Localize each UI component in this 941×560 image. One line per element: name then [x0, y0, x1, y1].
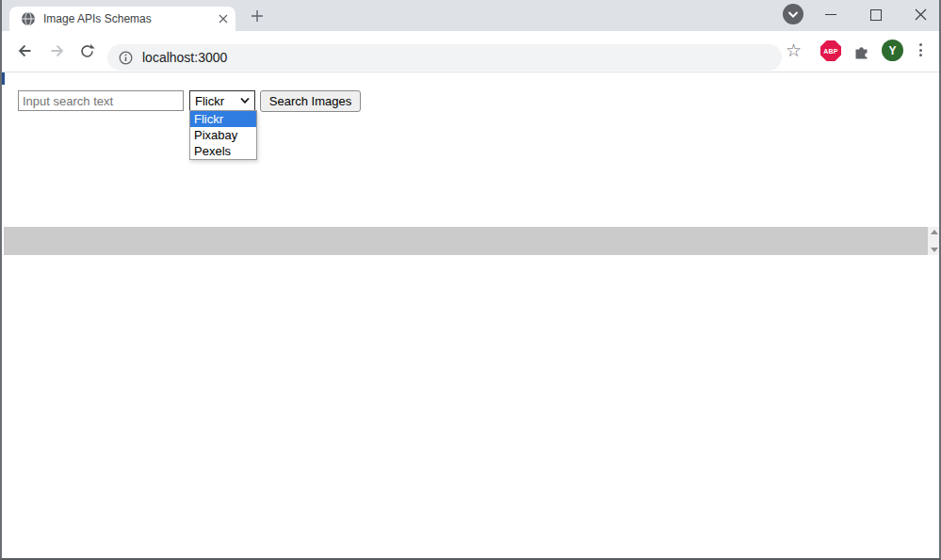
extensions-puzzle-icon[interactable] — [853, 42, 871, 60]
close-icon — [915, 8, 927, 21]
tab-image-apis-schemas[interactable]: Image APIs Schemas — [9, 7, 235, 31]
chevron-down-icon — [240, 98, 250, 104]
strip-scrollbar[interactable] — [928, 227, 941, 255]
profile-avatar[interactable]: Y — [882, 40, 903, 61]
close-window-button[interactable] — [901, 0, 939, 29]
dropdown-option-pexels[interactable]: Pexels — [190, 143, 256, 159]
tab-close-icon[interactable] — [219, 14, 228, 24]
forward-button — [48, 41, 67, 60]
tab-search-chevron-icon[interactable] — [783, 4, 803, 24]
url-text: localhost:3000 — [142, 50, 227, 65]
browser-toolbar: localhost:3000 ☆ ABP Y — [2, 31, 939, 72]
dropdown-option-pixabay[interactable]: Pixabay — [190, 127, 256, 143]
search-images-button[interactable]: Search Images — [260, 90, 361, 112]
back-button[interactable] — [15, 41, 34, 60]
site-info-icon[interactable] — [119, 51, 133, 65]
scrollable-content-strip — [4, 227, 928, 255]
tab-bar: Image APIs Schemas — [2, 0, 939, 31]
search-input[interactable] — [18, 90, 184, 111]
provider-select-value: Flickr — [195, 94, 240, 108]
scroll-up-icon[interactable] — [931, 230, 938, 234]
focus-indicator-notch — [2, 72, 5, 85]
browser-menu-icon[interactable] — [918, 43, 922, 56]
minimize-button[interactable] — [812, 0, 850, 29]
scroll-down-icon[interactable] — [931, 248, 938, 252]
new-tab-button[interactable] — [247, 6, 268, 26]
provider-dropdown-list: Flickr Pixabay Pexels — [189, 110, 257, 160]
browser-window: Image APIs Schemas — [0, 0, 941, 560]
dropdown-option-flickr[interactable]: Flickr — [190, 111, 256, 127]
minimize-icon — [825, 14, 836, 15]
globe-favicon-icon — [21, 11, 36, 26]
bookmark-star-icon[interactable]: ☆ — [786, 40, 802, 61]
maximize-button[interactable] — [857, 0, 895, 29]
address-bar[interactable]: localhost:3000 — [107, 44, 782, 71]
reload-button[interactable] — [77, 41, 96, 60]
provider-select[interactable]: Flickr — [189, 90, 255, 111]
adblock-extension-icon[interactable]: ABP — [820, 40, 841, 61]
tab-title: Image APIs Schemas — [43, 12, 219, 25]
maximize-icon — [870, 9, 882, 21]
